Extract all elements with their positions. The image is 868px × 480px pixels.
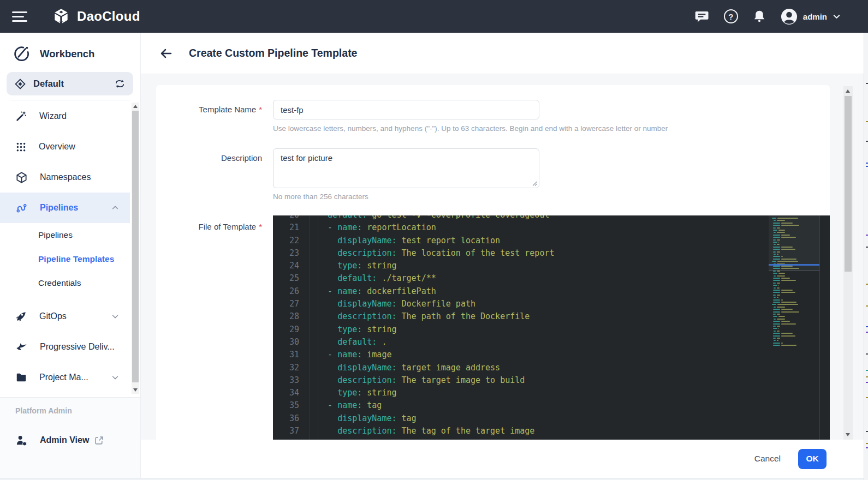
brand-name: DaoCloud (77, 9, 140, 24)
admin-user-icon (15, 434, 28, 447)
sidebar-item-project-management[interactable]: Project Ma... (0, 362, 130, 393)
form-card: Template Name* Use lowercase letters, nu… (156, 85, 830, 440)
page-header: Create Custom Pipeline Template (141, 33, 864, 74)
workspace-icon (14, 78, 26, 90)
sidebar-menu: Wizard Overview Namespaces (0, 101, 130, 394)
sidebar-item-wizard[interactable]: Wizard (0, 101, 130, 131)
sidebar-item-gitops[interactable]: GitOps (0, 301, 130, 332)
user-name: admin (803, 12, 827, 21)
right-edge-strip (864, 33, 868, 480)
sidebar-subitem-pipeline-templates[interactable]: Pipeline Templates (0, 247, 130, 271)
scroll-down-arrow[interactable] (844, 431, 852, 439)
grid-dots-icon (15, 141, 27, 153)
daocloud-logo-icon (52, 7, 70, 26)
sidebar-divider (10, 100, 130, 100)
sidebar-item-progressive-delivery[interactable]: Progressive Deliv... (0, 332, 130, 362)
description-textarea[interactable]: test for picture (273, 148, 539, 188)
scroll-up-arrow[interactable] (844, 87, 852, 95)
workspace-name: Default (33, 79, 64, 89)
sidebar-scrollbar[interactable] (132, 103, 139, 394)
chevron-down-icon (111, 313, 119, 320)
user-menu[interactable]: admin (781, 8, 841, 25)
workspace-selector[interactable]: Default (7, 72, 133, 95)
workbench-header: Workbench (13, 45, 94, 62)
platform-admin-title: Platform Admin (15, 406, 72, 415)
sidebar-subitem-pipelines[interactable]: Pipelines (0, 223, 130, 247)
sidebar-item-admin-view[interactable]: Admin View (0, 428, 140, 452)
required-marker: * (259, 105, 262, 114)
sidebar-subitem-credentials[interactable]: Credentials (0, 271, 130, 295)
topbar: DaoCloud ? admin (0, 0, 868, 33)
help-icon[interactable]: ? (724, 9, 738, 23)
topbar-actions: ? admin (695, 8, 868, 25)
chevron-down-icon (833, 13, 841, 21)
notifications-bell-icon[interactable] (752, 9, 766, 23)
window-bottom-edge (0, 478, 868, 480)
sidebar-item-pipelines[interactable]: Pipelines (0, 193, 130, 223)
sidebar-item-namespaces[interactable]: Namespaces (0, 162, 130, 193)
sidebar-item-overview[interactable]: Overview (0, 131, 130, 162)
sidebar: Workbench Default (0, 33, 141, 478)
template-name-label: Template Name* (156, 105, 262, 114)
cube-icon (15, 171, 28, 184)
cancel-button[interactable]: Cancel (754, 454, 781, 464)
hamburger-menu-icon[interactable] (12, 10, 27, 22)
switch-workspace-icon[interactable] (114, 78, 126, 89)
minimap[interactable] (769, 215, 820, 440)
ok-button[interactable]: OK (798, 449, 827, 469)
workbench-title: Workbench (40, 48, 94, 60)
form-footer: Cancel OK (141, 440, 864, 478)
description-helper: No more than 256 characters (273, 193, 368, 201)
pipelines-icon (15, 202, 28, 214)
template-name-helper: Use lowercase letters, numbers, and hyph… (273, 124, 668, 133)
code-lines: 20 default: go test -v -coverprofile cov… (273, 215, 764, 437)
chevron-down-icon (111, 374, 119, 381)
rocket-icon (15, 310, 27, 322)
scroll-down-arrow[interactable] (132, 386, 139, 394)
platform-admin-section: Platform Admin Admin View (0, 397, 140, 480)
description-label: Description (156, 153, 262, 163)
brand[interactable]: DaoCloud (52, 7, 140, 26)
file-of-template-label: File of Template* (156, 222, 262, 231)
content-scrollbar-thumb[interactable] (845, 96, 852, 272)
required-marker: * (259, 222, 262, 231)
minimap-overview-ruler (819, 215, 830, 440)
external-link-icon (94, 436, 104, 445)
folder-icon (15, 371, 27, 383)
back-arrow-icon[interactable] (159, 47, 173, 60)
sidebar-scrollbar-thumb[interactable] (132, 111, 139, 382)
page-title: Create Custom Pipeline Template (189, 47, 357, 59)
template-name-input[interactable] (273, 100, 539, 119)
scroll-up-arrow[interactable] (132, 103, 139, 110)
workbench-icon (13, 45, 30, 62)
chevron-up-icon (111, 204, 119, 212)
avatar-icon (781, 8, 798, 25)
code-editor[interactable]: 20 default: go test -v -coverprofile cov… (273, 215, 830, 440)
content-area: Template Name* Use lowercase letters, nu… (141, 74, 864, 440)
resize-handle-icon[interactable] (532, 181, 537, 186)
bird-icon (15, 341, 28, 353)
feedback-icon[interactable] (695, 9, 710, 24)
content-scrollbar[interactable] (843, 86, 853, 440)
wand-icon (15, 110, 27, 122)
